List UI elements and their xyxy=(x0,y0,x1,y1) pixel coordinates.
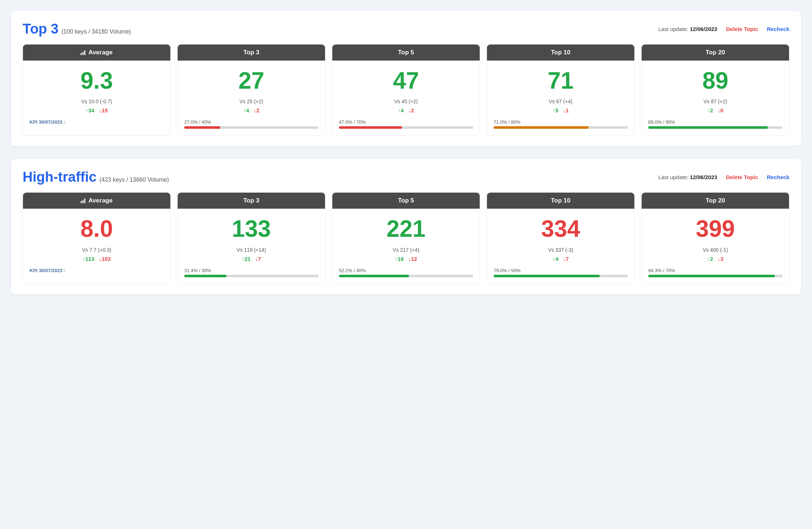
bar-chart-icon xyxy=(81,50,85,55)
kpi-percent-text: 31.4% / 30% xyxy=(184,268,318,273)
arrows-row: ↑16 ↓12 xyxy=(339,256,473,262)
metric-card: Top 20 399 Vs 400 (-1) ↑2 ↓3 94.3% / 70% xyxy=(641,192,789,284)
recheck-button[interactable]: Recheck xyxy=(767,26,789,32)
metric-card: Top 3 27 Vs 25 (+2) ↑4 ↓2 27.0% / 40% xyxy=(177,44,325,136)
section-header: Top 3 (100 keys / 34180 Volume) Last upd… xyxy=(23,21,789,37)
card-body: 71 Vs 67 (+4) ↑5 ↓1 71.0% / 80% xyxy=(487,61,634,135)
arrow-down: ↓15 xyxy=(99,107,108,113)
card-body: 47 Vs 45 (+2) ↑4 ↓2 47.0% / 70% xyxy=(332,61,480,135)
main-value: 9.3 xyxy=(30,68,164,93)
progress-track xyxy=(339,275,473,277)
kpi-section: 71.0% / 80% xyxy=(494,119,628,129)
main-value: 399 xyxy=(648,216,782,242)
progress-fill xyxy=(494,126,589,129)
delete-topic-button[interactable]: Delete Topic xyxy=(726,26,758,32)
arrows-row: ↑113 ↓102 xyxy=(30,256,164,262)
metric-card: Top 20 89 Vs 87 (+2) ↑2 ↓0 89.0% / 90% xyxy=(641,44,789,136)
arrow-down: ↓0 xyxy=(718,107,723,113)
cards-row: Average 8.0 Vs 7.7 (+0.3) ↑113 ↓102 KPI … xyxy=(23,192,789,284)
card-header: Top 20 xyxy=(642,45,789,61)
progress-track xyxy=(184,275,318,277)
main-value: 133 xyxy=(184,216,318,242)
card-header-label: Average xyxy=(88,49,112,56)
kpi-row: KPI 30/07/2023 : xyxy=(30,119,164,125)
section-meta: (423 keys / 13660 Volume) xyxy=(100,177,169,183)
kpi-percent-text: 52.2% / 40% xyxy=(339,268,473,273)
topic-section: High-traffic (423 keys / 13660 Volume) L… xyxy=(11,159,801,294)
card-header: Top 5 xyxy=(332,193,480,209)
kpi-section: 47.0% / 70% xyxy=(339,119,473,129)
section-title: High-traffic xyxy=(23,169,97,185)
progress-fill xyxy=(184,126,220,129)
kpi-section: 79.0% / 50% xyxy=(494,268,628,277)
recheck-button[interactable]: Recheck xyxy=(767,174,789,180)
metric-card: Top 3 133 Vs 119 (+14) ↑21 ↓7 31.4% / 30… xyxy=(177,192,325,284)
kpi-percent-text: 71.0% / 80% xyxy=(494,119,628,125)
progress-fill xyxy=(184,275,227,277)
card-header: Top 10 xyxy=(487,45,634,61)
arrow-up: ↑2 xyxy=(707,256,713,262)
card-header-label: Top 5 xyxy=(398,197,414,204)
section-header: High-traffic (423 keys / 13660 Volume) L… xyxy=(23,169,789,185)
bar-chart-icon xyxy=(81,198,85,203)
kpi-percent-text: 79.0% / 50% xyxy=(494,268,628,273)
vs-comparison: Vs 337 (-3) xyxy=(494,247,628,253)
progress-fill xyxy=(494,275,600,277)
card-body: 221 Vs 217 (+4) ↑16 ↓12 52.2% / 40% xyxy=(332,209,480,283)
kpi-section: 94.3% / 70% xyxy=(648,268,782,277)
section-title-area: High-traffic (423 keys / 13660 Volume) xyxy=(23,169,169,185)
section-actions: Last update: 12/06/2023 Delete Topic Rec… xyxy=(658,26,789,32)
last-update: Last update: 12/06/2023 xyxy=(658,26,717,32)
card-header: Top 3 xyxy=(178,193,325,209)
vs-comparison: Vs 67 (+4) xyxy=(494,99,628,104)
arrows-row: ↑5 ↓1 xyxy=(494,107,628,113)
card-body: 133 Vs 119 (+14) ↑21 ↓7 31.4% / 30% xyxy=(178,209,325,283)
card-header-label: Average xyxy=(88,197,112,204)
card-body: 27 Vs 25 (+2) ↑4 ↓2 27.0% / 40% xyxy=(178,61,325,135)
card-header-label: Top 3 xyxy=(243,49,259,56)
arrow-up: ↑16 xyxy=(395,256,404,262)
vs-comparison: Vs 87 (+2) xyxy=(648,99,782,104)
metric-card: Average 9.3 Vs 10.0 (-0.7) ↑34 ↓15 KPI 3… xyxy=(23,44,171,136)
kpi-section: 31.4% / 30% xyxy=(184,268,318,277)
arrow-down: ↓102 xyxy=(99,256,111,262)
progress-fill xyxy=(648,126,768,129)
card-header-label: Top 10 xyxy=(551,49,571,56)
main-value: 221 xyxy=(339,216,473,242)
arrow-up: ↑5 xyxy=(553,107,558,113)
card-header-label: Top 20 xyxy=(705,49,725,56)
arrows-row: ↑4 ↓7 xyxy=(494,256,628,262)
main-value: 8.0 xyxy=(30,216,164,242)
vs-comparison: Vs 217 (+4) xyxy=(339,247,473,253)
metric-card: Top 5 47 Vs 45 (+2) ↑4 ↓2 47.0% / 70% xyxy=(332,44,480,136)
card-body: 9.3 Vs 10.0 (-0.7) ↑34 ↓15 KPI 30/07/202… xyxy=(23,61,170,131)
main-value: 334 xyxy=(494,216,628,242)
arrow-up: ↑4 xyxy=(398,107,404,113)
delete-topic-button[interactable]: Delete Topic xyxy=(726,174,758,180)
arrow-up: ↑21 xyxy=(242,256,251,262)
vs-comparison: Vs 45 (+2) xyxy=(339,99,473,104)
progress-fill xyxy=(648,275,775,277)
arrows-row: ↑2 ↓0 xyxy=(648,107,782,113)
progress-track xyxy=(494,275,628,277)
arrow-up: ↑4 xyxy=(243,107,249,113)
section-title: Top 3 xyxy=(23,21,59,37)
card-header: Top 10 xyxy=(487,193,634,209)
arrow-down: ↓7 xyxy=(563,256,569,262)
vs-comparison: Vs 400 (-1) xyxy=(648,247,782,253)
arrows-row: ↑2 ↓3 xyxy=(648,256,782,262)
card-header-label: Top 20 xyxy=(705,197,725,204)
card-header: Average xyxy=(23,45,170,61)
kpi-percent-text: 89.0% / 90% xyxy=(648,119,782,125)
card-header: Average xyxy=(23,193,170,209)
kpi-section: 89.0% / 90% xyxy=(648,119,782,129)
progress-track xyxy=(339,126,473,129)
card-header: Top 3 xyxy=(178,45,325,61)
vs-comparison: Vs 7.7 (+0.3) xyxy=(30,247,164,253)
kpi-percent-text: 47.0% / 70% xyxy=(339,119,473,125)
arrow-down: ↓1 xyxy=(563,107,569,113)
arrows-row: ↑34 ↓15 xyxy=(30,107,164,113)
kpi-label: KPI 30/07/2023 : xyxy=(30,119,73,125)
arrow-down: ↓12 xyxy=(408,256,417,262)
section-meta: (100 keys / 34180 Volume) xyxy=(62,28,131,35)
